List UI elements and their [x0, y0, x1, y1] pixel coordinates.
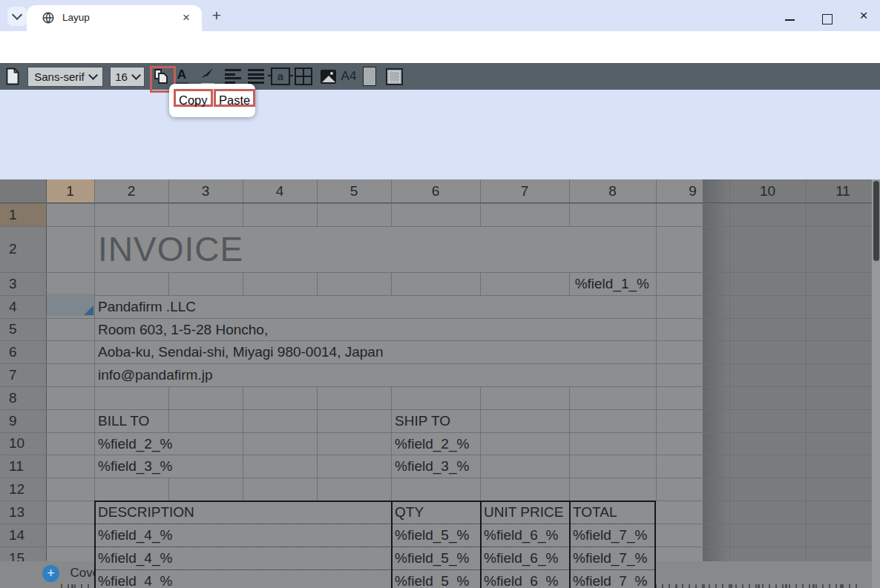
text-field-button[interactable]: a: [270, 63, 291, 90]
row-header[interactable]: 14: [0, 523, 46, 546]
cell[interactable]: UNIT PRICE: [484, 501, 562, 523]
cell[interactable]: Pandafirm .LLC: [98, 295, 162, 318]
row-header[interactable]: 10: [0, 432, 46, 455]
selected-cell[interactable]: [47, 294, 94, 316]
grid-line-vertical: [480, 455, 481, 478]
grid-line-vertical: [94, 409, 95, 432]
table-border: [391, 502, 393, 588]
row-header[interactable]: 8: [0, 386, 46, 409]
new-tab-button[interactable]: +: [208, 7, 226, 25]
spreadsheet[interactable]: 1234567891011123456789101112131415161718…: [0, 179, 880, 588]
align-justify-icon: [248, 67, 264, 86]
grid-line-vertical: [729, 318, 730, 340]
grid-line-vertical: [806, 432, 807, 455]
column-header[interactable]: 8: [569, 179, 656, 202]
row-header[interactable]: 12: [0, 478, 46, 501]
cell[interactable]: %field_6_%: [484, 569, 562, 588]
grid-line-vertical: [729, 272, 730, 295]
grid-line-vertical: [391, 432, 392, 455]
tab-search-button[interactable]: [7, 7, 27, 26]
cell[interactable]: %field_1_%: [573, 272, 649, 295]
borders-button[interactable]: [294, 63, 313, 90]
cell[interactable]: %field_5_%: [395, 523, 473, 546]
grid-line-vertical: [243, 432, 243, 455]
row-header[interactable]: 13: [0, 501, 46, 523]
column-header[interactable]: 4: [243, 179, 317, 202]
grid-line-vertical: [729, 386, 730, 409]
new-page-button[interactable]: [3, 63, 22, 90]
row-header[interactable]: 11: [0, 455, 46, 478]
cell[interactable]: DESCRIPTION: [98, 501, 162, 523]
window-maximize-button[interactable]: [822, 14, 833, 24]
column-header[interactable]: 10: [729, 179, 806, 202]
paintbrush-icon: [201, 67, 214, 86]
browser-tab[interactable]: Layup ×: [27, 5, 202, 31]
column-header[interactable]: 5: [317, 179, 391, 202]
row-header[interactable]: 2: [0, 226, 46, 272]
portrait-page-icon: [363, 67, 376, 86]
cell[interactable]: SHIP TO: [395, 409, 473, 432]
paste-popup-button[interactable]: Paste: [214, 89, 255, 107]
cell[interactable]: %field_4_%: [98, 523, 162, 546]
cell[interactable]: %field_7_%: [573, 523, 649, 546]
cell[interactable]: %field_5_%: [395, 569, 473, 588]
cell[interactable]: INVOICE: [98, 226, 162, 272]
grid-line-vertical: [806, 363, 807, 386]
page-shadow: [703, 179, 729, 588]
cell[interactable]: %field_3_%: [98, 455, 162, 478]
grid-line-vertical: [569, 272, 570, 295]
column-header[interactable]: 7: [480, 179, 569, 202]
font-color-icon: A: [175, 68, 188, 85]
row-header[interactable]: 7: [0, 363, 46, 386]
cell[interactable]: BILL TO: [98, 409, 162, 432]
tab-close-icon[interactable]: ×: [178, 10, 194, 26]
column-header[interactable]: 2: [94, 179, 168, 202]
vertical-scrollbar-thumb[interactable]: [873, 181, 879, 261]
grid-line-vertical: [317, 203, 318, 226]
row-header[interactable]: 4: [0, 295, 46, 318]
window-minimize-button[interactable]: [785, 19, 795, 21]
column-header[interactable]: 3: [168, 179, 243, 202]
font-family-select[interactable]: Sans-serif: [27, 67, 103, 87]
cell[interactable]: Aoba-ku, Sendai-shi, Miyagi 980-0014, Ja…: [98, 340, 162, 363]
grid-line-horizontal: [0, 386, 880, 387]
cell[interactable]: %field_2_%: [98, 432, 162, 455]
grid-line-vertical: [656, 363, 657, 386]
row-header[interactable]: 1: [0, 203, 46, 226]
column-header[interactable]: 11: [806, 179, 880, 202]
page-margins-button[interactable]: [384, 63, 404, 90]
insert-image-button[interactable]: [318, 63, 338, 90]
row-header[interactable]: 3: [0, 272, 46, 295]
tab-title: Layup: [62, 12, 90, 23]
cell[interactable]: %field_3_%: [395, 455, 473, 478]
cell[interactable]: %field_5_%: [395, 546, 473, 569]
sheet-corner[interactable]: [0, 179, 46, 202]
row-header[interactable]: 5: [0, 318, 46, 340]
page-orientation-button[interactable]: [361, 63, 378, 90]
cell[interactable]: %field_6_%: [484, 523, 562, 546]
column-header[interactable]: 6: [391, 179, 480, 202]
cell[interactable]: %field_6_%: [484, 546, 562, 569]
cell[interactable]: info@pandafirm.jp: [98, 363, 162, 386]
cell[interactable]: %field_7_%: [573, 546, 649, 569]
row-header[interactable]: 6: [0, 340, 46, 363]
cell[interactable]: QTY: [395, 501, 473, 523]
grid-line-vertical: [569, 409, 570, 432]
grid-line-vertical: [656, 432, 657, 455]
cell[interactable]: %field_7_%: [573, 569, 649, 588]
cell[interactable]: %field_4_%: [98, 569, 162, 588]
table-row-divider: [96, 546, 654, 547]
cell[interactable]: TOTAL: [573, 501, 649, 523]
font-size-select[interactable]: 16: [110, 67, 145, 87]
grid-line-vertical: [168, 478, 169, 501]
cell[interactable]: Room 603, 1-5-28 Honcho,: [98, 318, 162, 340]
copy-popup-button[interactable]: Copy: [174, 89, 213, 107]
row-header[interactable]: 9: [0, 409, 46, 432]
add-sheet-button[interactable]: +: [42, 565, 59, 582]
column-header[interactable]: 9: [656, 179, 729, 202]
cell[interactable]: %field_2_%: [395, 432, 473, 455]
cell[interactable]: %field_4_%: [98, 546, 162, 569]
window-close-button[interactable]: ×: [855, 6, 873, 25]
vertical-scrollbar[interactable]: [872, 179, 880, 588]
column-header[interactable]: 1: [46, 179, 94, 202]
